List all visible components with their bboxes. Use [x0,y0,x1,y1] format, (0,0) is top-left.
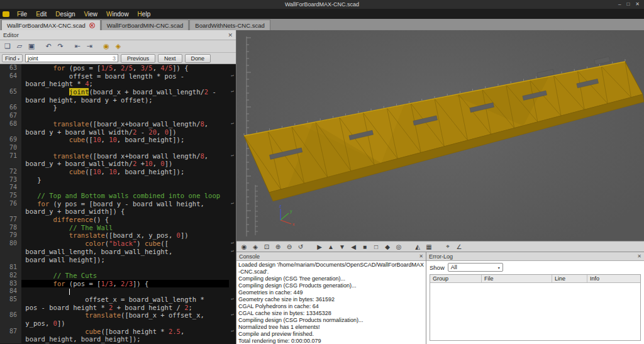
code-line: } [21,104,229,112]
code-row[interactable]: 80 color("black") cube([↩ [0,240,236,248]
wrap-marker-icon: ↩ [229,240,236,248]
unindent-button[interactable]: ⇤ [72,42,82,52]
column-header-line[interactable]: Line [552,275,587,282]
find-label: Find [5,55,16,62]
open-file-button[interactable]: ▱ [14,42,25,52]
menu-help[interactable]: Help [133,10,155,18]
code-row[interactable]: board_wall_length, board_wall_height,↩ [0,248,236,256]
menu-file[interactable]: File [13,10,31,18]
console-close-icon[interactable]: ✕ [419,253,423,259]
code-row[interactable]: 69 cube([10, 10, board_height]); [0,136,236,144]
measure-distance-button[interactable]: ⌖ [443,242,453,252]
minimize-button[interactable]: – [618,0,621,9]
view-all-button[interactable]: ⊡ [262,242,272,252]
code-row[interactable]: 64 offset = board_length * pos -↩ [0,72,236,80]
find-next-button[interactable]: Next [158,54,182,63]
render-button[interactable]: ◈ [250,242,260,252]
code-row[interactable]: 68 translate([board_x+board_wall_length/… [0,120,236,128]
code-row[interactable]: board_y + board_wall_width/2 - 20, 0]) [0,128,236,136]
code-row[interactable]: board_y + board_width]) { [0,208,236,216]
find-done-button[interactable]: Done [185,54,211,63]
code-row[interactable]: 65 joint(board_x + board_wall_length/2 -… [0,88,236,96]
zoom-out-button[interactable]: ⊖ [284,242,294,252]
tab-1[interactable]: WallForBoardMAX-CNC.scad✕ [1,19,101,30]
code-area[interactable]: 63 for (pos = [1/5, 2/5, 3/5, 4/5]) {64 … [0,64,236,344]
zoom-in-button[interactable]: ⊕ [273,242,283,252]
tab-close-icon[interactable]: ✕ [89,23,95,28]
redo-button[interactable]: ↷ [55,42,65,52]
code-row[interactable]: 74 [0,184,236,192]
code-row[interactable]: 87 cube([board_height * 2.5,↩ [0,328,236,336]
code-row[interactable]: 75 // Top and Bottom walls combined into… [0,192,236,200]
wrap-marker-icon: ↩ [229,311,236,319]
code-row[interactable]: y_pos, 0]) [0,319,236,328]
save-file-button[interactable]: ▣ [26,42,36,52]
code-row[interactable]: 77 difference() { [0,216,236,224]
code-row[interactable]: 86 translate([board_x + offset_x,↩ [0,311,236,319]
reset-view-button[interactable]: ↺ [296,242,306,252]
code-row[interactable]: 76 for (y_pos = [board_y - board_wall_he… [0,200,236,208]
find-mode-dropdown[interactable]: Find ▾ [2,54,23,62]
error-log-close-icon[interactable]: ✕ [637,253,641,259]
view-center-button[interactable]: ◎ [394,242,404,252]
editor-close-icon[interactable]: ✕ [228,32,233,38]
code-row[interactable]: 73 } [0,176,236,184]
code-row[interactable]: 71 translate([board_x+board_wall_length/… [0,152,236,160]
menu-view[interactable]: View [80,10,103,18]
code-row[interactable]: board_height * 4; [0,80,236,88]
code-row[interactable]: 85 offset_x = board_wall_length *↩ [0,296,236,304]
view-top-button[interactable]: ▲ [326,242,336,252]
undo-button[interactable]: ↶ [43,42,53,52]
code-row[interactable]: 66 } [0,104,236,112]
code-row[interactable]: 78 // The Wall [0,224,236,232]
menu-window[interactable]: Window [102,10,133,18]
indent-button[interactable]: ⇥ [84,42,94,52]
find-previous-button[interactable]: Previous [121,54,155,63]
preview-button[interactable]: ◉ [101,42,111,52]
error-filter-dropdown[interactable]: All ▾ [448,263,503,272]
code-row[interactable]: 67 [0,112,236,120]
code-row[interactable]: 63 for (pos = [1/5, 2/5, 3/5, 4/5]) { [0,64,236,72]
console-line: Geometry cache size in bytes: 361592 [238,296,424,303]
code-row[interactable]: 84 [0,287,236,296]
tab-2[interactable]: WallForBoardMIN-CNC.scad [101,19,189,30]
view-bottom-button[interactable]: ▼ [337,242,347,252]
render-button[interactable]: ◈ [113,42,123,52]
code-row[interactable]: board_height, board_y + offset); [0,96,236,104]
menu-edit[interactable]: Edit [31,10,51,18]
line-number: 70 [0,144,21,152]
preview-button[interactable]: ◉ [239,242,249,252]
code-row[interactable]: board_y + board_wall_width/2 +10, 0]) [0,160,236,168]
perspective-button[interactable]: ◭ [413,242,423,252]
tab-3[interactable]: BoardWithNets-CNC.scad [189,19,270,30]
column-header-group[interactable]: Group [430,275,482,282]
code-row[interactable]: 81 [0,264,236,272]
find-input[interactable]: joint 3 [25,54,118,62]
code-row[interactable]: board_wall_height]); [0,256,236,264]
view-diagonal-button[interactable]: ◆ [382,242,392,252]
line-number: 87 [0,328,21,336]
view-front-button[interactable]: ■ [360,242,370,252]
close-button[interactable]: ✕ [635,0,640,9]
new-file-button[interactable]: ❏ [3,42,13,52]
line-number: 64 [0,72,21,80]
code-row[interactable]: 83 for (pos = [1/3, 2/3]) { [0,280,236,288]
code-row[interactable]: 82 // The Cuts [0,272,236,280]
menu-design[interactable]: Design [51,10,79,18]
maximize-button[interactable]: □ [626,0,630,9]
show-label: Show [430,264,445,271]
code-row[interactable]: 70 [0,144,236,152]
column-header-info[interactable]: Info [587,275,640,282]
view-back-button[interactable]: □ [371,242,381,252]
code-row[interactable]: board_height, board_height]); [0,335,236,343]
code-row[interactable]: 79 translate([board_x, y_pos, 0]) [0,231,236,240]
tab-label: WallForBoardMAX-CNC.scad [7,22,86,29]
view-left-button[interactable]: ◀ [348,242,358,252]
3d-viewport[interactable]: xyz [236,30,644,241]
column-header-file[interactable]: File [482,275,552,282]
code-row[interactable]: pos - board_height * 2 + board_height / … [0,304,236,312]
view-right-button[interactable]: ▶ [314,242,325,252]
measure-angle-button[interactable]: ∠ [454,242,464,252]
code-row[interactable]: 72 cube([10, 10, board_height]); [0,168,236,176]
orthogonal-button[interactable]: ▦ [424,242,434,252]
